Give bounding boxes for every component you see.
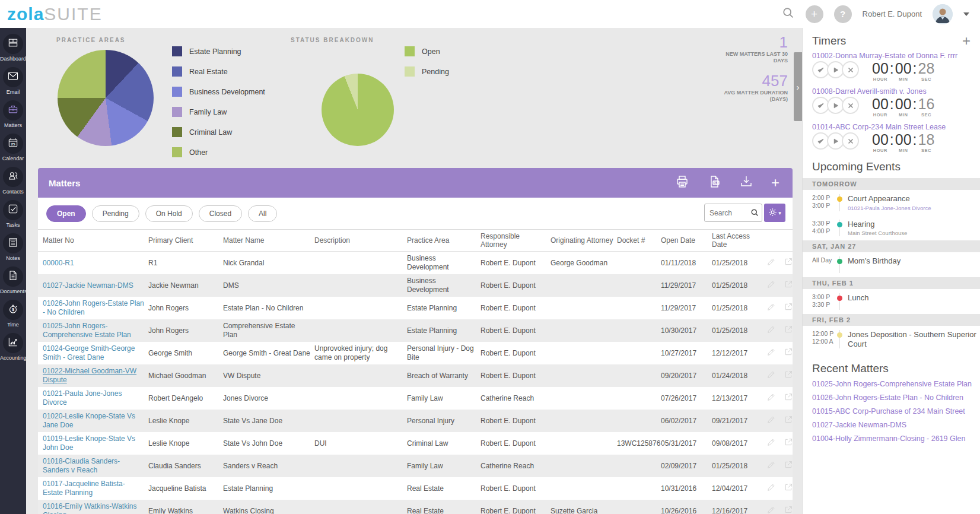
recent-matter-link[interactable]: 01004-Holly Zimmermann-Closing - 2619 Gl…: [812, 434, 980, 443]
table-row[interactable]: 01020-Leslie Knope-State Vs Jane Doe Les…: [38, 410, 793, 432]
column-header[interactable]: Practice Area: [407, 234, 477, 247]
matter-no-link[interactable]: 01019-Leslie Knope-State Vs John Doe: [43, 434, 135, 452]
table-row[interactable]: 01019-Leslie Knope-State Vs John Doe Les…: [38, 432, 793, 455]
edit-icon[interactable]: [766, 415, 776, 427]
table-row[interactable]: 01018-Claudia Sanders-Sanders v Reach Cl…: [38, 455, 793, 477]
recent-matter-link[interactable]: 01015-ABC Corp-Purchase of 234 Main Stre…: [812, 407, 980, 415]
open-in-new-icon[interactable]: [784, 460, 793, 472]
column-header[interactable]: Originating Attorney: [551, 234, 613, 247]
open-in-new-icon[interactable]: [784, 392, 793, 404]
edit-icon[interactable]: [766, 257, 776, 269]
user-avatar[interactable]: [933, 4, 953, 24]
edit-icon[interactable]: [766, 370, 776, 382]
search-icon[interactable]: [782, 7, 795, 22]
edit-icon[interactable]: [766, 302, 776, 314]
column-header[interactable]: Matter No: [43, 234, 145, 247]
table-row[interactable]: 01021-Paula Jone-Jones Divorce Robert De…: [38, 387, 793, 410]
edit-icon[interactable]: [766, 437, 776, 449]
table-row[interactable]: 01025-John Rogers-Comprehensive Estate P…: [38, 319, 793, 342]
matters-search-input[interactable]: [704, 204, 762, 222]
download-icon[interactable]: [739, 174, 753, 191]
column-header[interactable]: Open Date: [661, 234, 708, 247]
timer-cancel-button[interactable]: [842, 132, 859, 150]
sidebar-item-matters[interactable]: Matters: [0, 100, 26, 128]
filter-pill-on-hold[interactable]: On Hold: [145, 205, 193, 222]
event-item[interactable]: 3:00 P3:30 P Lunch: [812, 289, 980, 314]
event-item[interactable]: 2:00 P3:00 P Court Appearance 01021-Paul…: [812, 190, 980, 215]
event-subtitle[interactable]: 01021-Paula Jone-Jones Divorce: [848, 205, 980, 211]
event-item[interactable]: 3:30 P4:00 P Hearing Main Street Courtho…: [812, 215, 980, 241]
matter-no-link[interactable]: 01025-John Rogers-Comprehensive Estate P…: [43, 322, 131, 339]
matter-no-link[interactable]: 01017-Jacqueline Batista-Estate Planning: [43, 480, 125, 497]
table-row[interactable]: 01024-George Smith-George Smith - Great …: [38, 342, 793, 364]
open-in-new-icon[interactable]: [784, 280, 793, 291]
export-xls-icon[interactable]: XLS: [707, 174, 721, 191]
table-settings-button[interactable]: ▾: [764, 204, 785, 222]
edit-icon[interactable]: [766, 460, 776, 472]
filter-pill-all[interactable]: All: [248, 205, 277, 222]
edit-icon[interactable]: [766, 325, 776, 337]
timer-cancel-button[interactable]: [842, 61, 859, 78]
open-in-new-icon[interactable]: [784, 347, 793, 359]
sidebar-item-email[interactable]: Email: [0, 67, 26, 95]
edit-icon[interactable]: [766, 280, 776, 291]
table-row[interactable]: 01016-Emily Watkins-Watkins Closing Emil…: [38, 500, 793, 514]
open-in-new-icon[interactable]: [784, 302, 793, 314]
user-menu-caret[interactable]: [963, 12, 969, 16]
sidebar-item-time[interactable]: $ Time: [0, 300, 26, 328]
stats-collapse-tab[interactable]: ›: [794, 52, 802, 121]
sidebar-item-calendar[interactable]: 25 Calendar: [0, 134, 26, 161]
open-in-new-icon[interactable]: [784, 325, 793, 337]
matter-no-link[interactable]: 01020-Leslie Knope-State Vs Jane Doe: [43, 412, 135, 429]
timer-matter-link[interactable]: 01002-Donna Murray-Estate of Donna F. rr…: [812, 52, 980, 60]
open-in-new-icon[interactable]: [784, 483, 793, 494]
edit-icon[interactable]: [766, 505, 776, 514]
table-row[interactable]: 00000-R1 R1 Nick Grandal Business Develo…: [38, 252, 793, 274]
help-button[interactable]: ?: [834, 5, 852, 23]
table-row[interactable]: 01022-Michael Goodman-VW Dispute Michael…: [38, 364, 793, 387]
matter-no-link[interactable]: 01027-Jackie Newman-DMS: [43, 281, 133, 290]
table-row[interactable]: 01026-John Rogers-Estate Plan - No Child…: [38, 297, 793, 319]
filter-pill-open[interactable]: Open: [46, 205, 86, 222]
matter-no-link[interactable]: 01016-Emily Watkins-Watkins Closing: [43, 502, 136, 514]
event-item[interactable]: 12:00 P12:00 A Jones Deposition - Southe…: [812, 326, 980, 353]
open-in-new-icon[interactable]: [784, 437, 793, 449]
open-in-new-icon[interactable]: [784, 505, 793, 514]
sidebar-item-tasks[interactable]: Tasks: [0, 200, 26, 228]
edit-icon[interactable]: [766, 392, 776, 404]
sidebar-item-documents[interactable]: Documents: [0, 266, 26, 294]
open-in-new-icon[interactable]: [784, 415, 793, 427]
user-name[interactable]: Robert E. Dupont: [863, 9, 922, 18]
sidebar-item-notes[interactable]: Notes: [0, 233, 26, 261]
matter-no-link[interactable]: 01018-Claudia Sanders-Sanders v Reach: [43, 457, 120, 474]
add-button[interactable]: +: [806, 5, 823, 23]
add-timer-icon[interactable]: +: [962, 34, 971, 48]
recent-matter-link[interactable]: 01025-John Rogers-Comprehensive Estate P…: [812, 380, 980, 388]
column-header[interactable]: Last Access Date: [712, 230, 763, 251]
column-header[interactable]: Primary Client: [148, 234, 219, 247]
print-icon[interactable]: [675, 174, 689, 191]
column-header[interactable]: Description: [314, 234, 403, 247]
table-row[interactable]: 01017-Jacqueline Batista-Estate Planning…: [38, 477, 793, 500]
matter-no-link[interactable]: 00000-R1: [43, 259, 74, 267]
recent-matter-link[interactable]: 01026-John Rogers-Estate Plan - No Child…: [812, 394, 980, 402]
event-item[interactable]: All Day Mom's Birthday: [812, 252, 980, 277]
edit-icon[interactable]: [766, 483, 776, 494]
open-in-new-icon[interactable]: [784, 370, 793, 382]
open-in-new-icon[interactable]: [784, 257, 793, 269]
column-header[interactable]: Docket #: [617, 234, 657, 247]
column-header[interactable]: Matter Name: [223, 234, 311, 247]
add-matter-icon[interactable]: +: [771, 176, 779, 190]
filter-pill-pending[interactable]: Pending: [92, 205, 139, 222]
recent-matter-link[interactable]: 01027-Jackie Newman-DMS: [812, 421, 980, 429]
filter-pill-closed[interactable]: Closed: [199, 205, 242, 222]
sidebar-item-contacts[interactable]: Contacts: [0, 167, 26, 195]
column-header[interactable]: Responsible Attorney: [481, 230, 547, 251]
edit-icon[interactable]: [766, 347, 776, 359]
timer-matter-link[interactable]: 01014-ABC Corp-234 Main Street Lease: [812, 123, 980, 131]
matter-no-link[interactable]: 01024-George Smith-George Smith - Great …: [43, 344, 135, 361]
sidebar-item-accounting[interactable]: Accounting: [0, 333, 26, 361]
matter-no-link[interactable]: 01021-Paula Jone-Jones Divorce: [43, 389, 122, 407]
timer-matter-link[interactable]: 01008-Darrel Averill-smith v. Jones: [812, 87, 980, 96]
sidebar-item-dashboard[interactable]: Dashboard: [0, 34, 26, 62]
